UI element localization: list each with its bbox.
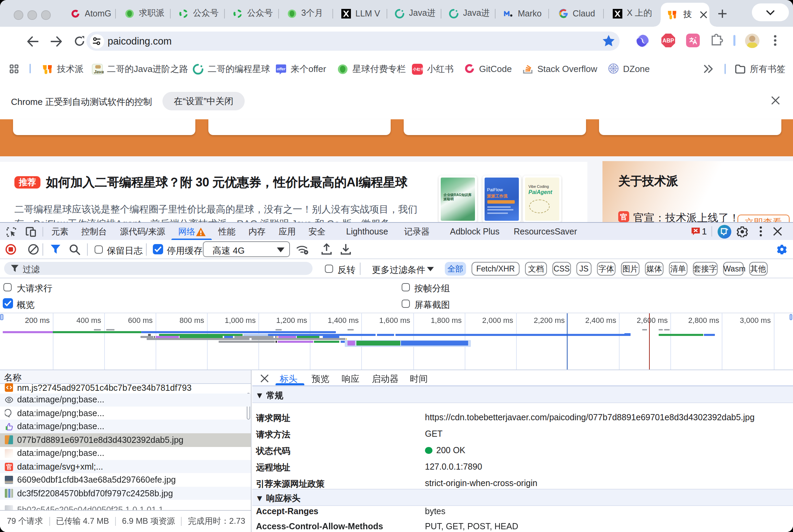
svg-text:offer: offer — [277, 67, 285, 71]
